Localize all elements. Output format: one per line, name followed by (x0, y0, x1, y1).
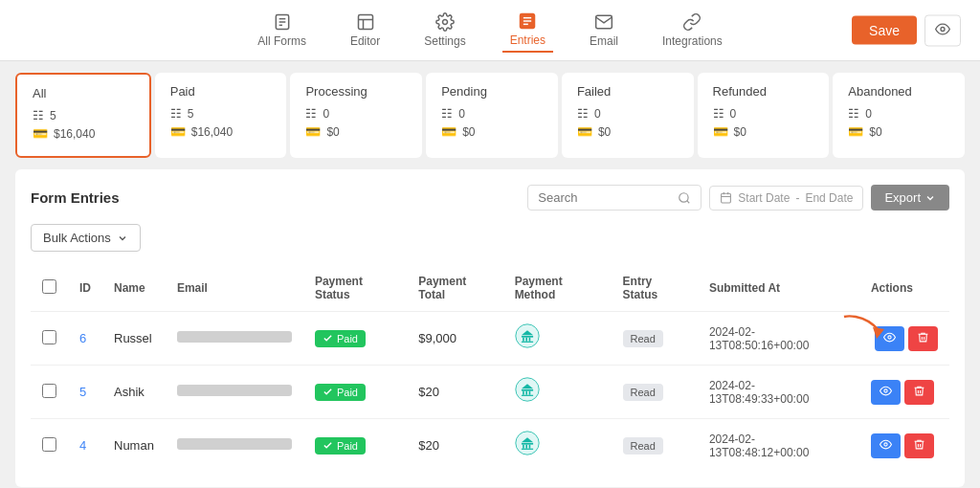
col-actions: Actions (859, 265, 949, 312)
nav-item-entries[interactable]: Entries (502, 8, 553, 53)
nav-label-all-forms: All Forms (257, 34, 306, 48)
status-card-failed[interactable]: Failed ☷ 0 💳 $0 (562, 73, 694, 158)
action-delete-button[interactable] (904, 380, 934, 405)
status-card-paid-label: Paid (170, 84, 272, 99)
view-icon (880, 438, 892, 451)
status-card-pending-label: Pending (441, 84, 543, 99)
row-actions-cell (859, 419, 949, 473)
money-icon: 💳 (33, 126, 48, 141)
row-submitted-at: 2024-02-13T08:48:12+00:00 (709, 433, 809, 459)
money-icon-processing: 💳 (305, 124, 321, 139)
status-card-abandoned-label: Abandoned (848, 84, 949, 99)
date-range-picker[interactable]: Start Date - End Date (709, 186, 863, 211)
check-icon (323, 440, 333, 451)
preview-button[interactable] (924, 14, 961, 46)
action-view-button[interactable] (871, 433, 901, 458)
action-delete-button[interactable] (904, 433, 934, 458)
trash-icon (913, 438, 925, 451)
row-checkbox[interactable] (42, 330, 56, 344)
entries-header: Form Entries Start Date - End Date Expor… (31, 185, 949, 211)
status-card-paid[interactable]: Paid ☷ 5 💳 $16,040 (155, 73, 287, 158)
col-email: Email (166, 265, 303, 312)
svg-point-35 (884, 388, 887, 391)
search-icon (678, 191, 691, 205)
row-name-cell: Ashik (102, 366, 166, 419)
row-payment-status-cell: Paid (303, 312, 407, 366)
editor-icon (356, 12, 375, 32)
row-name: Numan (114, 438, 154, 453)
row-email-blurred (177, 331, 292, 343)
row-entry-status-cell: Read (612, 366, 698, 419)
integrations-icon (682, 12, 702, 32)
status-card-all-amount-row: 💳 $16,040 (33, 126, 134, 141)
select-all-checkbox[interactable] (42, 279, 56, 294)
svg-rect-40 (522, 443, 533, 445)
row-id-link[interactable]: 6 (79, 331, 86, 345)
top-navigation: All Forms Editor Settings Entries Email (0, 0, 980, 61)
row-payment-total: $9,000 (418, 331, 457, 345)
status-card-pending[interactable]: Pending ☷ 0 💳 $0 (426, 73, 558, 158)
bank-icon (515, 385, 540, 406)
search-input[interactable] (538, 190, 672, 205)
row-id-cell: 4 (68, 419, 102, 473)
bulk-chevron-down-icon (117, 233, 128, 244)
row-id-link[interactable]: 5 (79, 385, 86, 399)
action-delete-button[interactable] (908, 326, 938, 351)
bank-icon (515, 438, 540, 459)
col-checkbox (31, 265, 68, 312)
nav-item-settings[interactable]: Settings (416, 9, 473, 52)
status-card-paid-amount: $16,040 (191, 125, 233, 139)
svg-rect-22 (528, 338, 530, 342)
row-payment-status-cell: Paid (303, 419, 407, 473)
svg-rect-34 (522, 395, 533, 396)
money-icon-pending: 💳 (441, 124, 457, 139)
row-payment-total-cell: $20 (407, 419, 502, 473)
svg-rect-29 (523, 391, 524, 395)
entries-title: Form Entries (31, 189, 120, 206)
status-card-processing-amount: $0 (326, 125, 339, 139)
money-icon-abandoned: 💳 (848, 124, 863, 139)
status-card-processing[interactable]: Processing ☷ 0 💳 $0 (290, 73, 422, 158)
status-card-failed-count: 0 (594, 107, 601, 121)
bank-icon (515, 331, 540, 352)
date-separator: - (795, 191, 799, 205)
status-card-refunded[interactable]: Refunded ☷ 0 💳 $0 (698, 73, 830, 158)
row-checkbox[interactable] (42, 384, 56, 398)
row-id-link[interactable]: 4 (79, 438, 86, 453)
search-box[interactable] (527, 185, 702, 211)
nav-item-email[interactable]: Email (582, 9, 626, 52)
svg-rect-30 (525, 391, 527, 395)
nav-item-editor[interactable]: Editor (343, 9, 388, 52)
status-card-pending-count: 0 (458, 107, 465, 121)
row-email-cell (166, 419, 303, 473)
check-icon (323, 387, 333, 397)
money-icon-failed: 💳 (577, 124, 592, 139)
col-entry-status: Entry Status (612, 265, 698, 312)
bulk-actions-button[interactable]: Bulk Actions (31, 224, 141, 252)
status-card-abandoned-amount: $0 (869, 125, 881, 139)
col-payment-total: Payment Total (407, 265, 502, 312)
save-button[interactable]: Save (852, 16, 917, 45)
list-icon-pending: ☷ (441, 106, 453, 121)
action-view-button[interactable] (871, 380, 901, 405)
bank-building-icon (515, 323, 540, 348)
status-cards: All ☷ 5 💳 $16,040 Paid ☷ 5 💳 $16,040 Pro… (0, 61, 980, 169)
svg-point-7 (442, 20, 447, 25)
nav-item-all-forms[interactable]: All Forms (250, 9, 314, 52)
export-button[interactable]: Export (871, 185, 949, 211)
row-email-cell (166, 366, 303, 419)
nav-label-email: Email (590, 34, 618, 48)
svg-rect-15 (722, 193, 731, 203)
status-card-abandoned-count: 0 (865, 107, 872, 121)
row-name-cell: Numan (102, 419, 166, 473)
nav-item-integrations[interactable]: Integrations (655, 9, 730, 52)
list-icon: ☷ (33, 108, 44, 122)
row-checkbox[interactable] (42, 437, 56, 452)
status-card-all[interactable]: All ☷ 5 💳 $16,040 (15, 73, 151, 158)
nav-label-editor: Editor (350, 34, 380, 48)
row-actions-cell (859, 366, 949, 419)
row-submitted-at-cell: 2024-02-13T08:49:33+00:00 (698, 366, 859, 419)
list-icon-refunded: ☷ (713, 106, 724, 121)
nav-label-settings: Settings (424, 34, 465, 48)
status-card-abandoned[interactable]: Abandoned ☷ 0 💳 $0 (833, 73, 965, 158)
